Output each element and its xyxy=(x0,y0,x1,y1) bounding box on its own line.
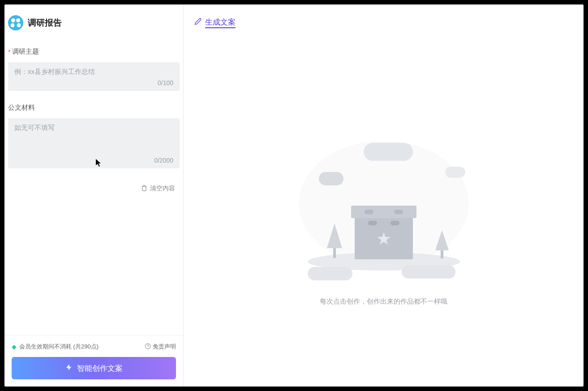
generate-label: 智能创作文案 xyxy=(77,363,123,374)
sidebar-header: 调研报告 xyxy=(4,4,183,43)
material-label-text: 公文材料 xyxy=(8,103,35,112)
box-icon: ★ xyxy=(355,206,413,259)
app-logo-icon xyxy=(8,15,23,30)
topic-char-counter: 0/100 xyxy=(14,79,173,86)
svg-marker-1 xyxy=(327,223,342,248)
material-char-counter: 0/2000 xyxy=(14,157,173,164)
topic-label-text: 调研主题 xyxy=(12,47,39,56)
disclaimer-label: 免责声明 xyxy=(153,343,176,351)
clear-button[interactable]: 清空内容 xyxy=(141,185,175,193)
empty-state-text: 每次点击创作，创作出来的作品都不一样哦 xyxy=(320,297,447,306)
material-input-wrap: 0/2000 xyxy=(8,118,180,168)
svg-rect-4 xyxy=(441,250,443,258)
tree-icon xyxy=(433,230,451,264)
pencil-icon xyxy=(194,18,202,27)
main-panel: 生成文案 xyxy=(184,4,584,387)
sidebar-footer: ◆ 会员生效期间不消耗 (共290点) 免责声明 xyxy=(4,335,183,387)
footer-info: ◆ 会员生效期间不消耗 (共290点) 免责声明 xyxy=(12,343,176,351)
cloud-icon xyxy=(445,167,465,178)
topic-input-wrap: 0/100 xyxy=(8,62,180,91)
main-header: 生成文案 xyxy=(194,17,573,27)
star-icon: ★ xyxy=(376,229,391,249)
info-icon xyxy=(145,343,151,351)
clear-row: 清空内容 xyxy=(8,182,180,193)
trash-icon xyxy=(141,185,147,193)
generate-tab-link[interactable]: 生成文案 xyxy=(205,17,236,27)
membership-info: ◆ 会员生效期间不消耗 (共290点) xyxy=(12,343,99,351)
svg-rect-2 xyxy=(333,248,336,258)
tree-icon xyxy=(323,223,346,264)
disclaimer-link[interactable]: 免责声明 xyxy=(145,343,176,351)
required-asterisk: * xyxy=(8,48,10,56)
cloud-icon xyxy=(364,143,413,161)
lightning-icon xyxy=(65,363,73,373)
clear-label: 清空内容 xyxy=(150,185,175,193)
topic-label: * 调研主题 xyxy=(8,47,180,56)
membership-text: 会员生效期间不消耗 (共290点) xyxy=(19,343,99,351)
generate-button[interactable]: 智能创作文案 xyxy=(12,357,176,379)
sidebar: 调研报告 * 调研主题 0/100 公文材料 0/2000 xyxy=(4,4,184,387)
svg-marker-3 xyxy=(435,230,449,250)
cloud-icon xyxy=(319,172,343,185)
topic-input[interactable] xyxy=(14,68,173,75)
empty-illustration: ★ xyxy=(294,132,473,284)
empty-state: ★ 每次点击创作，创作出来的作品都不一样哦 xyxy=(194,63,573,374)
form-section: * 调研主题 0/100 公文材料 0/2000 xyxy=(4,43,183,335)
material-textarea[interactable] xyxy=(14,124,173,146)
material-label: 公文材料 xyxy=(8,103,180,112)
page-title: 调研报告 xyxy=(28,17,62,29)
diamond-icon: ◆ xyxy=(12,343,17,350)
